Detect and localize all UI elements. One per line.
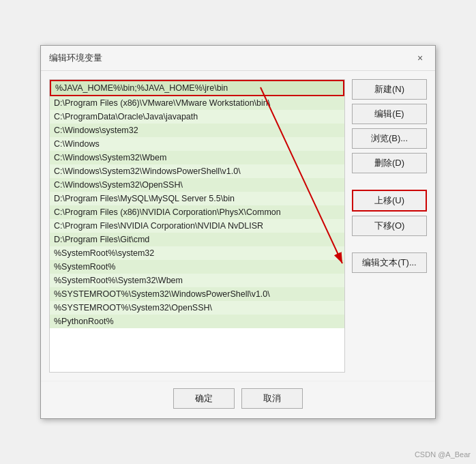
list-item[interactable]: D:\Program Files (x86)\VMware\VMware Wor…: [50, 96, 344, 110]
list-item[interactable]: C:\Program Files\NVIDIA Corporation\NVID…: [50, 219, 344, 233]
content-area: %JAVA_HOME%\bin;%JAVA_HOME%\jre\binD:\Pr…: [41, 71, 435, 381]
list-item[interactable]: C:\Windows: [50, 137, 344, 151]
move-down-button[interactable]: 下移(O): [352, 216, 427, 236]
title-bar: 编辑环境变量 ×: [41, 46, 435, 71]
list-item[interactable]: %SystemRoot%\system32: [50, 246, 344, 260]
list-item[interactable]: %SYSTEMROOT%\System32\OpenSSH\: [50, 301, 344, 315]
new-button[interactable]: 新建(N): [352, 79, 427, 100]
delete-button[interactable]: 删除(D): [352, 153, 427, 173]
list-item[interactable]: %SYSTEMROOT%\System32\WindowsPowerShell\…: [50, 287, 344, 301]
browse-button[interactable]: 浏览(B)...: [352, 128, 427, 149]
list-item[interactable]: C:\Windows\System32\Wbem: [50, 151, 344, 164]
action-buttons-panel: 新建(N) 编辑(E) 浏览(B)... 删除(D) 上移(U) 下移(O) 编…: [352, 79, 427, 373]
watermark: CSDN @A_Bear: [415, 450, 471, 459]
list-item[interactable]: C:\Windows\System32\WindowsPowerShell\v1…: [50, 164, 344, 178]
cancel-button[interactable]: 取消: [241, 388, 303, 409]
list-item[interactable]: D:\Program Files\Git\cmd: [50, 233, 344, 246]
list-item[interactable]: %SystemRoot%: [50, 260, 344, 274]
list-item[interactable]: C:\Windows\system32: [50, 124, 344, 137]
env-var-list[interactable]: %JAVA_HOME%\bin;%JAVA_HOME%\jre\binD:\Pr…: [49, 79, 345, 373]
list-item[interactable]: D:\Program Files\MySQL\MySQL Server 5.5\…: [50, 192, 344, 205]
move-up-button[interactable]: 上移(U): [352, 190, 427, 212]
edit-text-button[interactable]: 编辑文本(T)...: [352, 252, 427, 273]
footer-area: 确定 取消: [41, 381, 435, 418]
edit-button[interactable]: 编辑(E): [352, 104, 427, 124]
list-item[interactable]: C:\Program Files (x86)\NVIDIA Corporatio…: [50, 205, 344, 219]
list-item[interactable]: %SystemRoot%\System32\Wbem: [50, 274, 344, 287]
list-item[interactable]: C:\ProgramData\Oracle\Java\javapath: [50, 110, 344, 124]
close-button[interactable]: ×: [413, 51, 427, 65]
window-title: 编辑环境变量: [49, 52, 102, 64]
list-item[interactable]: C:\Windows\System32\OpenSSH\: [50, 178, 344, 192]
ok-button[interactable]: 确定: [173, 388, 235, 409]
list-item[interactable]: %JAVA_HOME%\bin;%JAVA_HOME%\jre\bin: [50, 80, 344, 96]
list-item[interactable]: %PythonRoot%: [50, 315, 344, 328]
edit-env-var-window: 编辑环境变量 × %JAVA_HOME%\bin;%JAVA_HOME%\jre…: [40, 45, 436, 419]
